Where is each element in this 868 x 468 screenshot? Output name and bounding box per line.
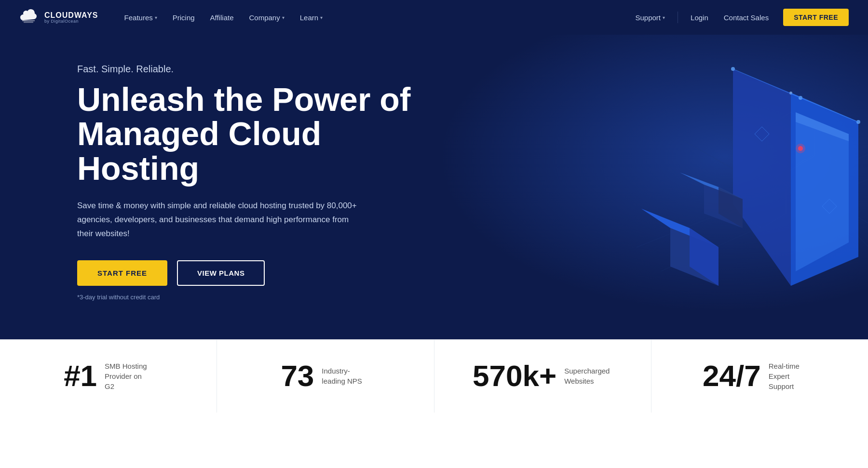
stat-item-websites: 570k+ Supercharged Websites: [434, 340, 651, 413]
nav-links: Features ▾ Pricing Affiliate Company ▾ L…: [118, 10, 629, 26]
nav-support[interactable]: Support ▾: [629, 10, 672, 26]
stat-label-nps: Industry-leading NPS: [322, 366, 370, 386]
hero-start-free-button[interactable]: START FREE: [77, 260, 167, 286]
chevron-down-icon: ▾: [320, 15, 323, 20]
nav-right: Support ▾ Login Contact Sales START FREE: [629, 9, 849, 26]
hero-description: Save time & money with simple and reliab…: [77, 199, 357, 241]
nav-login[interactable]: Login: [684, 10, 715, 26]
logo-icon: [19, 7, 41, 28]
hero-view-plans-button[interactable]: VIEW PLANS: [177, 260, 265, 286]
stat-number-nps: 73: [281, 361, 314, 391]
hero-tagline: Fast. Simple. Reliable.: [77, 64, 415, 75]
hero-visual: [391, 35, 868, 339]
svg-point-27: [796, 144, 805, 153]
nav-divider: [678, 12, 678, 23]
hero-title: Unleash the Power of Managed Cloud Hosti…: [77, 82, 415, 186]
stat-item-rank: #1 SMB Hosting Provider on G2: [0, 340, 217, 413]
logo-text: CLOUDWAYS by DigitalOcean: [44, 12, 98, 24]
cube-scene: [540, 54, 868, 320]
chevron-down-icon: ▾: [282, 15, 285, 20]
chevron-down-icon: ▾: [155, 15, 157, 20]
hero-illustration: [540, 54, 868, 320]
nav-contact-sales[interactable]: Contact Sales: [717, 10, 775, 26]
nav-company[interactable]: Company ▾: [243, 10, 291, 26]
stat-label-rank: SMB Hosting Provider on G2: [105, 361, 153, 391]
stat-number-rank: #1: [64, 361, 97, 391]
hero-buttons: START FREE VIEW PLANS: [77, 260, 415, 286]
stat-number-support: 24/7: [703, 361, 761, 391]
stat-item-nps: 73 Industry-leading NPS: [217, 340, 434, 413]
stat-item-support: 24/7 Real-time Expert Support: [651, 340, 868, 413]
logo-link[interactable]: CLOUDWAYS by DigitalOcean: [19, 7, 98, 28]
nav-start-free-button[interactable]: START FREE: [783, 9, 849, 26]
hero-content: Fast. Simple. Reliable. Unleash the Powe…: [77, 64, 415, 301]
svg-marker-10: [733, 69, 791, 286]
hero-section: Fast. Simple. Reliable. Unleash the Powe…: [0, 35, 868, 339]
nav-affiliate[interactable]: Affiliate: [203, 10, 241, 26]
nav-learn[interactable]: Learn ▾: [293, 10, 329, 26]
main-nav: CLOUDWAYS by DigitalOcean Features ▾ Pri…: [0, 0, 868, 35]
nav-pricing[interactable]: Pricing: [166, 10, 202, 26]
stats-bar: #1 SMB Hosting Provider on G2 73 Industr…: [0, 339, 868, 413]
hero-disclaimer: *3-day trial without credit card: [77, 294, 415, 301]
stat-label-support: Real-time Expert Support: [769, 361, 817, 391]
nav-features[interactable]: Features ▾: [118, 10, 164, 26]
stat-number-websites: 570k+: [473, 361, 556, 391]
chevron-down-icon: ▾: [663, 15, 665, 20]
stat-label-websites: Supercharged Websites: [564, 366, 612, 386]
